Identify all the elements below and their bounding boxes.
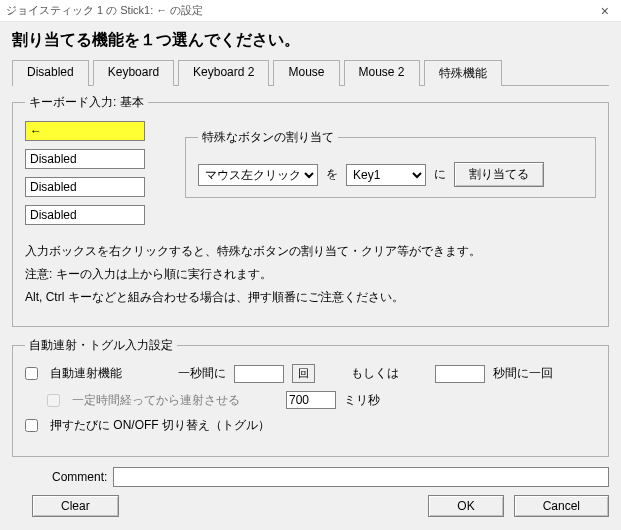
note-modifier: Alt, Ctrl キーなどと組み合わせる場合は、押す順番にご注意ください。 — [25, 289, 596, 306]
special-assign-group: 特殊なボタンの割り当て マウス左クリック を Key1 に 割り当てる — [185, 129, 596, 198]
special-combo-key[interactable]: Key1 — [346, 164, 426, 186]
tab-mouse[interactable]: Mouse — [273, 60, 339, 86]
comment-input[interactable] — [113, 467, 609, 487]
clear-button[interactable]: Clear — [32, 495, 119, 517]
assign-button[interactable]: 割り当てる — [454, 162, 544, 187]
label-wo: を — [326, 166, 338, 183]
toggle-label: 押すたびに ON/OFF 切り替え（トグル） — [50, 417, 270, 434]
note-order: 注意: キーの入力は上から順に実行されます。 — [25, 266, 596, 283]
or-label: もしくは — [351, 365, 399, 382]
seconds-input[interactable] — [435, 365, 485, 383]
kai-label: 回 — [292, 364, 315, 383]
ms-label: ミリ秒 — [344, 392, 380, 409]
key-input-2[interactable] — [25, 149, 145, 169]
comment-label: Comment: — [52, 470, 107, 484]
tab-strip: Disabled Keyboard Keyboard 2 Mouse Mouse… — [12, 59, 609, 86]
key-input-3[interactable] — [25, 177, 145, 197]
delay-input[interactable] — [286, 391, 336, 409]
autofire-checkbox[interactable] — [25, 367, 38, 380]
per-second-label: 一秒間に — [178, 365, 226, 382]
key-input-1[interactable] — [25, 121, 145, 141]
delay-checkbox — [47, 394, 60, 407]
tab-special[interactable]: 特殊機能 — [424, 60, 502, 86]
keyboard-basic-legend: キーボード入力: 基本 — [25, 94, 148, 111]
label-ni: に — [434, 166, 446, 183]
special-assign-legend: 特殊なボタンの割り当て — [198, 129, 338, 146]
special-combo-action[interactable]: マウス左クリック — [198, 164, 318, 186]
delay-label: 一定時間経ってから連射させる — [72, 392, 240, 409]
window-title: ジョイスティック 1 の Stick1: ← の設定 — [6, 3, 203, 18]
title-bar: ジョイスティック 1 の Stick1: ← の設定 × — [0, 0, 621, 22]
ok-button[interactable]: OK — [428, 495, 503, 517]
seconds-label: 秒間に一回 — [493, 365, 553, 382]
autofire-legend: 自動連射・トグル入力設定 — [25, 337, 177, 354]
tab-mouse2[interactable]: Mouse 2 — [344, 60, 420, 86]
toggle-checkbox[interactable] — [25, 419, 38, 432]
keyboard-basic-group: キーボード入力: 基本 特殊なボタンの割り当て マウス左クリック を Key1 — [12, 94, 609, 327]
tab-keyboard[interactable]: Keyboard — [93, 60, 174, 86]
page-heading: 割り当てる機能を１つ選んでください。 — [12, 30, 609, 51]
key-input-4[interactable] — [25, 205, 145, 225]
tab-keyboard2[interactable]: Keyboard 2 — [178, 60, 269, 86]
close-icon[interactable]: × — [595, 3, 615, 19]
per-second-input[interactable] — [234, 365, 284, 383]
autofire-label: 自動連射機能 — [50, 365, 122, 382]
cancel-button[interactable]: Cancel — [514, 495, 609, 517]
autofire-group: 自動連射・トグル入力設定 自動連射機能 一秒間に 回 もしくは 秒間に一回 一定… — [12, 337, 609, 457]
note-rightclick: 入力ボックスを右クリックすると、特殊なボタンの割り当て・クリア等ができます。 — [25, 243, 596, 260]
tab-disabled[interactable]: Disabled — [12, 60, 89, 86]
